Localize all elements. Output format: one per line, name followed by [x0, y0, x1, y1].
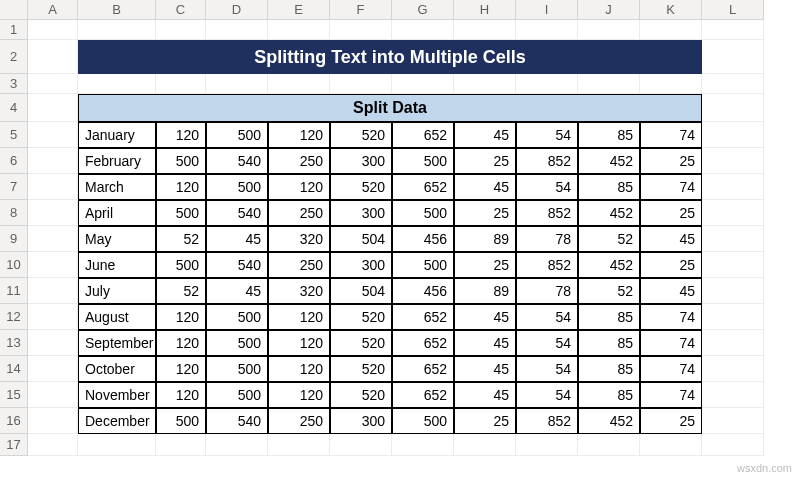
data-cell[interactable]: 520 [330, 356, 392, 382]
data-cell[interactable]: 25 [640, 252, 702, 278]
cell-K1[interactable] [640, 20, 702, 40]
cell-A3[interactable] [28, 74, 78, 94]
data-cell[interactable]: 500 [392, 408, 454, 434]
cell-E1[interactable] [268, 20, 330, 40]
data-cell[interactable]: 25 [454, 200, 516, 226]
data-cell[interactable]: 520 [330, 174, 392, 200]
col-header-A[interactable]: A [28, 0, 78, 20]
month-label[interactable]: March [78, 174, 156, 200]
cell-H17[interactable] [454, 434, 516, 456]
cell-A17[interactable] [28, 434, 78, 456]
data-cell[interactable]: 500 [206, 356, 268, 382]
cell-I3[interactable] [516, 74, 578, 94]
cell-A8[interactable] [28, 200, 78, 226]
data-cell[interactable]: 74 [640, 382, 702, 408]
cell-F1[interactable] [330, 20, 392, 40]
data-cell[interactable]: 120 [268, 382, 330, 408]
data-cell[interactable]: 852 [516, 408, 578, 434]
data-cell[interactable]: 85 [578, 382, 640, 408]
data-cell[interactable]: 504 [330, 278, 392, 304]
data-cell[interactable]: 540 [206, 148, 268, 174]
data-cell[interactable]: 54 [516, 304, 578, 330]
select-all-corner[interactable] [0, 0, 28, 20]
col-header-G[interactable]: G [392, 0, 454, 20]
data-cell[interactable]: 120 [268, 174, 330, 200]
data-cell[interactable]: 456 [392, 226, 454, 252]
row-header-5[interactable]: 5 [0, 122, 28, 148]
row-header-2[interactable]: 2 [0, 40, 28, 74]
data-cell[interactable]: 45 [454, 356, 516, 382]
row-header-8[interactable]: 8 [0, 200, 28, 226]
cell-A13[interactable] [28, 330, 78, 356]
data-cell[interactable]: 120 [156, 304, 206, 330]
col-header-B[interactable]: B [78, 0, 156, 20]
cell-L17[interactable] [702, 434, 764, 456]
row-header-10[interactable]: 10 [0, 252, 28, 278]
data-cell[interactable]: 500 [206, 304, 268, 330]
cell-L15[interactable] [702, 382, 764, 408]
col-header-C[interactable]: C [156, 0, 206, 20]
data-cell[interactable]: 25 [454, 408, 516, 434]
data-cell[interactable]: 120 [156, 356, 206, 382]
cell-A4[interactable] [28, 94, 78, 122]
row-header-15[interactable]: 15 [0, 382, 28, 408]
data-cell[interactable]: 500 [392, 200, 454, 226]
data-cell[interactable]: 78 [516, 278, 578, 304]
data-cell[interactable]: 45 [206, 226, 268, 252]
cell-A11[interactable] [28, 278, 78, 304]
data-cell[interactable]: 52 [156, 226, 206, 252]
data-cell[interactable]: 500 [206, 122, 268, 148]
data-cell[interactable]: 250 [268, 408, 330, 434]
data-cell[interactable]: 300 [330, 148, 392, 174]
data-cell[interactable]: 52 [578, 278, 640, 304]
cell-I1[interactable] [516, 20, 578, 40]
data-cell[interactable]: 120 [156, 122, 206, 148]
row-header-12[interactable]: 12 [0, 304, 28, 330]
cell-F3[interactable] [330, 74, 392, 94]
cell-C1[interactable] [156, 20, 206, 40]
cell-A1[interactable] [28, 20, 78, 40]
data-cell[interactable]: 45 [454, 174, 516, 200]
cell-G17[interactable] [392, 434, 454, 456]
month-label[interactable]: May [78, 226, 156, 252]
cell-L11[interactable] [702, 278, 764, 304]
data-cell[interactable]: 74 [640, 122, 702, 148]
col-header-L[interactable]: L [702, 0, 764, 20]
data-cell[interactable]: 120 [268, 122, 330, 148]
data-cell[interactable]: 852 [516, 252, 578, 278]
data-cell[interactable]: 250 [268, 252, 330, 278]
data-cell[interactable]: 320 [268, 278, 330, 304]
data-cell[interactable]: 652 [392, 356, 454, 382]
data-cell[interactable]: 504 [330, 226, 392, 252]
data-cell[interactable]: 300 [330, 200, 392, 226]
data-cell[interactable]: 540 [206, 200, 268, 226]
cell-A10[interactable] [28, 252, 78, 278]
cell-L7[interactable] [702, 174, 764, 200]
data-cell[interactable]: 45 [640, 226, 702, 252]
col-header-D[interactable]: D [206, 0, 268, 20]
data-cell[interactable]: 45 [454, 304, 516, 330]
data-cell[interactable]: 45 [454, 122, 516, 148]
data-cell[interactable]: 852 [516, 200, 578, 226]
col-header-I[interactable]: I [516, 0, 578, 20]
data-cell[interactable]: 852 [516, 148, 578, 174]
cell-L1[interactable] [702, 20, 764, 40]
data-cell[interactable]: 54 [516, 122, 578, 148]
month-label[interactable]: November [78, 382, 156, 408]
cell-L10[interactable] [702, 252, 764, 278]
data-cell[interactable]: 25 [640, 408, 702, 434]
data-cell[interactable]: 52 [156, 278, 206, 304]
month-label[interactable]: June [78, 252, 156, 278]
data-cell[interactable]: 520 [330, 304, 392, 330]
data-cell[interactable]: 500 [206, 174, 268, 200]
cell-L4[interactable] [702, 94, 764, 122]
data-cell[interactable]: 25 [454, 252, 516, 278]
data-cell[interactable]: 500 [392, 252, 454, 278]
data-cell[interactable]: 652 [392, 382, 454, 408]
row-header-7[interactable]: 7 [0, 174, 28, 200]
data-cell[interactable]: 452 [578, 252, 640, 278]
data-cell[interactable]: 250 [268, 148, 330, 174]
data-cell[interactable]: 120 [156, 382, 206, 408]
cell-H1[interactable] [454, 20, 516, 40]
cell-D17[interactable] [206, 434, 268, 456]
